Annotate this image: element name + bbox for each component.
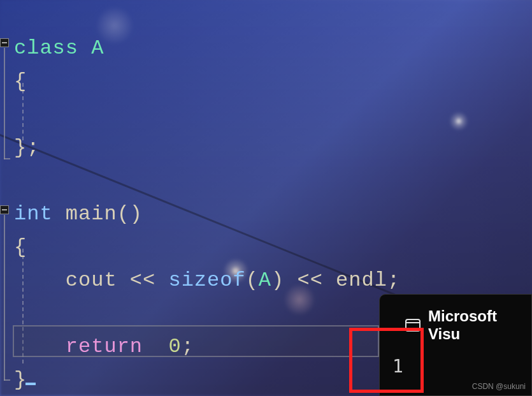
- ident-endl: endl: [336, 268, 387, 292]
- main-close-brace: }: [14, 368, 27, 392]
- watermark-text: CSDN @sukuni: [472, 382, 526, 391]
- console-output-value: 1: [380, 349, 531, 377]
- op-stream-2: <<: [297, 268, 322, 292]
- text-cursor: [25, 383, 36, 385]
- op-stream-1: <<: [130, 268, 155, 292]
- keyword-sizeof: sizeof: [168, 268, 245, 292]
- console-titlebar: Microsoft Visu: [380, 295, 531, 349]
- keyword-int: int: [14, 202, 53, 226]
- console-icon: [405, 319, 421, 332]
- sizeof-lparen: (: [246, 268, 259, 292]
- console-title: Microsoft Visu: [428, 307, 519, 343]
- close-brace-semi: };: [14, 136, 40, 159]
- code-line-blank-2: [14, 165, 532, 198]
- func-main: main: [66, 202, 117, 226]
- open-brace: {: [14, 70, 27, 93]
- main-open-brace: {: [14, 235, 27, 259]
- code-line-3: };: [14, 131, 532, 165]
- debug-console-window[interactable]: Microsoft Visu 1: [379, 294, 532, 396]
- literal-zero: 0: [168, 335, 181, 358]
- ident-cout: cout: [66, 268, 117, 292]
- code-line-blank-1: [14, 98, 532, 131]
- keyword-return: return: [66, 335, 143, 358]
- class-name: A: [91, 36, 104, 60]
- code-line-2: {: [14, 65, 532, 98]
- code-line-4: int main(): [14, 198, 532, 231]
- code-line-6: cout << sizeof(A) << endl;: [14, 264, 532, 297]
- semi-1: ;: [387, 268, 400, 292]
- semi-2: ;: [182, 335, 194, 358]
- sizeof-rparen: ): [271, 268, 284, 292]
- code-line-5: {: [14, 231, 532, 264]
- code-line-1: class A: [14, 32, 532, 65]
- type-A: A: [259, 268, 271, 292]
- keyword-class: class: [14, 36, 78, 60]
- main-parens: (): [117, 202, 143, 226]
